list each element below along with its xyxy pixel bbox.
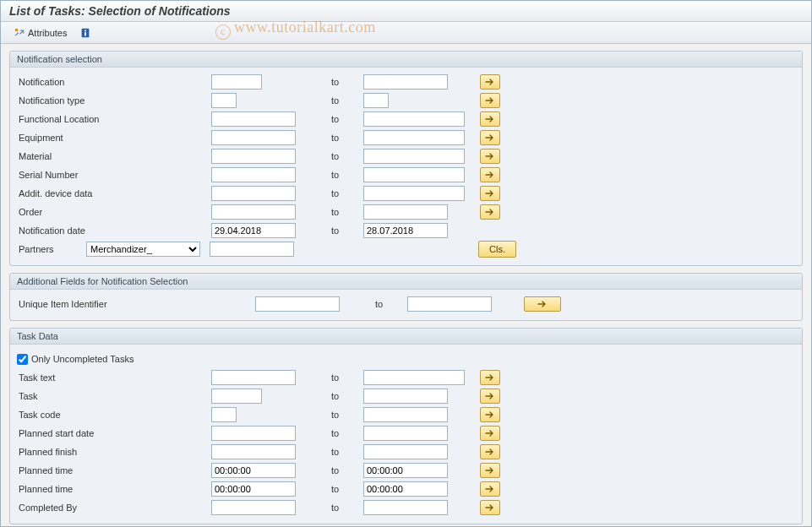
to-input[interactable] (363, 130, 465, 145)
arrow-right-icon (485, 448, 495, 456)
from-input[interactable] (211, 149, 296, 164)
from-input[interactable] (211, 74, 262, 90)
multiple-selection-button[interactable] (480, 463, 500, 478)
from-input[interactable] (211, 130, 296, 145)
arrow-right-icon (485, 410, 495, 419)
unique-item-to-input[interactable] (407, 296, 492, 312)
selection-row: Materialto (17, 147, 795, 166)
field-label: Completed By (17, 503, 211, 513)
arrow-right-icon (485, 189, 495, 198)
svg-rect-2 (85, 30, 87, 31)
only-uncompleted-label[interactable]: Only Uncompleted Tasks (17, 354, 134, 365)
to-input[interactable] (363, 407, 448, 422)
multiple-selection-button[interactable] (480, 130, 500, 145)
group-title: Additional Fields for Notification Selec… (10, 274, 802, 290)
multiple-selection-button[interactable] (480, 204, 500, 220)
selection-row: Notification dateto (17, 221, 795, 240)
from-input[interactable] (211, 204, 296, 220)
to-input[interactable] (363, 500, 448, 515)
to-input[interactable] (363, 149, 465, 164)
selection-row: Equipmentto (17, 128, 795, 147)
multiple-selection-button[interactable] (480, 167, 500, 182)
from-input[interactable] (211, 111, 296, 127)
to-input[interactable] (363, 223, 448, 238)
task-row: Planned start dateto (17, 424, 795, 443)
from-input[interactable] (211, 388, 262, 404)
only-uncompleted-checkbox[interactable] (17, 354, 28, 365)
field-label: Equipment (17, 133, 211, 143)
selection-row: Functional Locationto (17, 110, 795, 128)
from-input[interactable] (211, 370, 296, 385)
to-input[interactable] (363, 370, 465, 385)
task-row: Planned finishto (17, 443, 795, 461)
multiple-selection-button[interactable] (480, 388, 500, 404)
arrow-right-icon (485, 208, 495, 216)
field-label: Material (17, 151, 211, 161)
svg-rect-3 (85, 32, 87, 35)
info-button[interactable] (76, 24, 95, 41)
multiple-selection-button[interactable] (480, 500, 500, 515)
field-label: Planned time (17, 484, 211, 494)
to-input[interactable] (363, 186, 465, 201)
row-partners: PartnersMerchandizer_Cls. (17, 240, 795, 258)
field-label: Order (17, 207, 211, 217)
to-label: to (321, 188, 363, 198)
multiple-selection-button[interactable] (524, 296, 561, 312)
multiple-selection-button[interactable] (480, 93, 500, 108)
arrow-right-icon (485, 133, 495, 142)
partners-value-input[interactable] (210, 242, 294, 257)
arrow-right-icon (485, 152, 495, 160)
selection-row: Notification typeto (17, 91, 795, 110)
from-input[interactable] (211, 444, 296, 459)
multiple-selection-button[interactable] (480, 444, 500, 459)
to-input[interactable] (363, 93, 389, 108)
from-input[interactable] (211, 167, 296, 182)
multiple-selection-button[interactable] (480, 407, 500, 422)
from-input[interactable] (211, 481, 296, 497)
to-input[interactable] (363, 463, 448, 478)
to-input[interactable] (363, 167, 465, 182)
from-input[interactable] (211, 426, 296, 441)
from-input[interactable] (211, 463, 296, 478)
multiple-selection-button[interactable] (480, 481, 500, 497)
multiple-selection-button[interactable] (480, 74, 500, 90)
to-label: to (321, 207, 363, 217)
to-input[interactable] (363, 204, 448, 220)
field-label: Task (17, 391, 211, 401)
to-label: to (321, 114, 363, 124)
checkbox-text: Only Uncompleted Tasks (31, 354, 134, 364)
unique-item-from-input[interactable] (255, 296, 340, 312)
group-title: Notification selection (10, 52, 802, 68)
to-input[interactable] (363, 74, 448, 90)
to-label: to (321, 133, 363, 143)
arrow-right-icon (537, 300, 548, 308)
partners-label: Partners (17, 244, 86, 254)
attributes-button[interactable]: Attributes (8, 24, 73, 41)
field-label: Unique Item Identifier (17, 299, 255, 309)
from-input[interactable] (211, 186, 296, 201)
tools-icon (14, 27, 25, 39)
to-input[interactable] (363, 426, 448, 441)
from-input[interactable] (211, 407, 237, 422)
arrow-right-icon (485, 429, 495, 437)
multiple-selection-button[interactable] (480, 370, 500, 385)
multiple-selection-button[interactable] (480, 111, 500, 127)
to-input[interactable] (363, 111, 465, 127)
svg-point-0 (15, 28, 19, 31)
to-input[interactable] (363, 481, 448, 497)
from-input[interactable] (211, 500, 296, 515)
task-row: Planned timeto (17, 461, 795, 480)
multiple-selection-button[interactable] (480, 149, 500, 164)
to-label: to (321, 503, 363, 513)
cls-button[interactable]: Cls. (478, 241, 516, 258)
multiple-selection-button[interactable] (480, 426, 500, 441)
arrow-right-icon (485, 96, 495, 105)
row-unique-item-identifier: Unique Item Identifier to (17, 295, 795, 313)
multiple-selection-button[interactable] (480, 186, 500, 201)
from-input[interactable] (211, 93, 237, 108)
partners-select[interactable]: Merchandizer_ (86, 242, 200, 257)
to-input[interactable] (363, 444, 448, 459)
from-input[interactable] (211, 223, 296, 238)
toolbar: Attributes (1, 22, 811, 44)
to-input[interactable] (363, 388, 448, 404)
